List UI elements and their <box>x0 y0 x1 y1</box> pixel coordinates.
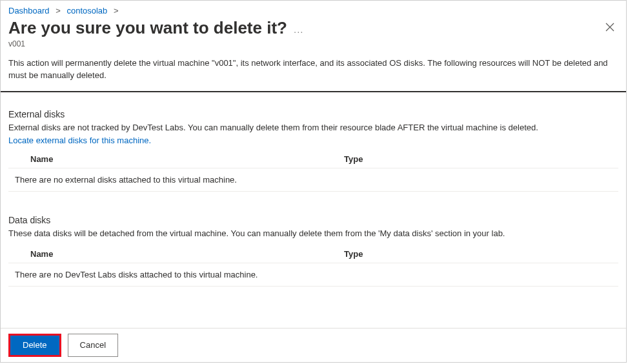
data-disks-desc: These data disks will be detached from t… <box>8 228 618 240</box>
more-actions-button[interactable]: ··· <box>294 26 304 37</box>
breadcrumb-contosolab[interactable]: contosolab <box>66 6 107 15</box>
divider <box>1 91 626 92</box>
column-type: Type <box>344 249 618 259</box>
cancel-button[interactable]: Cancel <box>68 334 118 357</box>
column-type: Type <box>344 154 618 164</box>
delete-confirmation-blade: Dashboard > contosolab > Are you sure yo… <box>0 0 627 363</box>
data-disks-table: Name Type There are no DevTest Labs disk… <box>8 245 618 287</box>
external-disks-heading: External disks <box>8 109 618 119</box>
locate-external-disks-link[interactable]: Locate external disks for this machine. <box>8 136 151 145</box>
data-disks-section: Data disks These data disks will be deta… <box>1 215 626 287</box>
table-header: Name Type <box>8 245 618 263</box>
delete-button-highlight: Delete <box>8 334 61 357</box>
external-disks-table: Name Type There are no external disks at… <box>8 150 618 192</box>
footer-toolbar: Delete Cancel <box>1 328 626 362</box>
header: Are you sure you want to delete it? ··· <box>1 15 626 38</box>
external-disks-section: External disks External disks are not tr… <box>1 109 626 192</box>
breadcrumb-separator: > <box>56 6 61 15</box>
data-disks-empty-row: There are no DevTest Labs disks attached… <box>8 263 618 287</box>
breadcrumb-separator: > <box>114 6 119 15</box>
close-icon[interactable] <box>605 18 618 34</box>
breadcrumb: Dashboard > contosolab > <box>1 1 626 15</box>
external-disks-empty-row: There are no external disks attached to … <box>8 168 618 192</box>
column-name: Name <box>30 249 344 259</box>
table-header: Name Type <box>8 150 618 168</box>
delete-description: This action will permanently delete the … <box>1 57 626 91</box>
page-title: Are you sure you want to delete it? <box>8 18 287 38</box>
column-name: Name <box>30 154 344 164</box>
delete-button[interactable]: Delete <box>10 336 59 355</box>
breadcrumb-dashboard[interactable]: Dashboard <box>8 6 50 15</box>
resource-name: v001 <box>1 39 626 57</box>
data-disks-heading: Data disks <box>8 215 618 225</box>
external-disks-desc: External disks are not tracked by DevTes… <box>8 122 618 134</box>
